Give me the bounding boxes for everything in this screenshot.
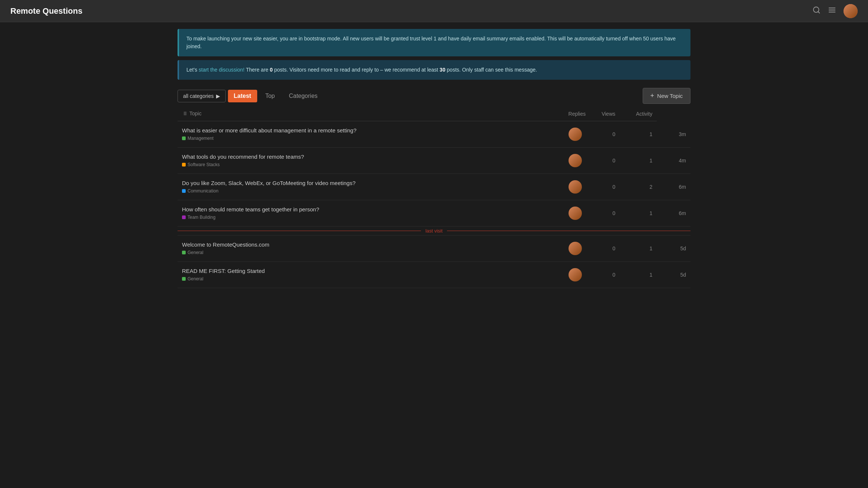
replies-cell: 0 <box>590 148 620 174</box>
activity-cell: 5d <box>657 235 690 262</box>
avatar <box>569 154 582 167</box>
column-header-replies: Replies <box>560 107 590 121</box>
category-tag[interactable]: Communication <box>182 188 218 194</box>
avatar <box>569 207 582 220</box>
discussion-mid2: posts. Visitors need more to read and re… <box>273 67 440 73</box>
views-cell: 1 <box>620 200 657 227</box>
avatar <box>569 128 582 141</box>
category-name: General <box>188 276 203 281</box>
topic-cell: Welcome to RemoteQuestions.com General <box>178 235 560 262</box>
discussion-mid1: There are <box>245 67 270 73</box>
category-color-dot <box>182 215 186 219</box>
avatar-cell <box>560 235 590 262</box>
topic-title[interactable]: READ ME FIRST: Getting Started <box>182 268 556 274</box>
activity-cell: 3m <box>657 121 690 148</box>
site-title: Remote Questions <box>10 6 82 16</box>
views-cell: 1 <box>620 148 657 174</box>
bootstrap-banner-text: To make launching your new site easier, … <box>186 36 676 49</box>
views-cell: 2 <box>620 174 657 200</box>
last-visit-label: last visit <box>425 228 443 234</box>
plus-icon: + <box>650 92 655 100</box>
column-header-activity: Activity <box>620 107 657 121</box>
category-color-dot <box>182 163 186 166</box>
avatar-cell <box>560 262 590 288</box>
avatar-cell <box>560 148 590 174</box>
table-row: What tools do you recommend for remote t… <box>178 148 690 174</box>
last-visit-cell: last visit <box>178 227 690 235</box>
activity-cell: 5d <box>657 262 690 288</box>
category-name: Communication <box>188 188 218 194</box>
topic-title[interactable]: How often should remote teams get togeth… <box>182 206 556 212</box>
category-color-dot <box>182 251 186 254</box>
category-name: Software Stacks <box>188 162 220 167</box>
topic-title[interactable]: What is easier or more difficult about m… <box>182 127 556 133</box>
tab-categories[interactable]: Categories <box>283 90 323 102</box>
table-row: What is easier or more difficult about m… <box>178 121 690 148</box>
topic-title[interactable]: Do you like Zoom, Slack, WebEx, or GoToM… <box>182 180 556 186</box>
tab-latest[interactable]: Latest <box>228 90 257 102</box>
views-cell: 1 <box>620 235 657 262</box>
topics-table: Topic Replies Views Activity What is eas… <box>178 107 690 288</box>
toolbar: all categories ▶ Latest Top Categories +… <box>178 88 690 104</box>
column-header-topic: Topic <box>178 107 560 121</box>
user-avatar-button[interactable] <box>844 4 858 18</box>
toolbar-left: all categories ▶ Latest Top Categories <box>178 90 324 102</box>
replies-cell: 0 <box>590 121 620 148</box>
category-tag[interactable]: Management <box>182 136 213 141</box>
bootstrap-banner: To make launching your new site easier, … <box>178 29 690 56</box>
views-cell: 1 <box>620 121 657 148</box>
table-row: Welcome to RemoteQuestions.com General 0… <box>178 235 690 262</box>
svg-line-1 <box>818 11 819 13</box>
topic-title[interactable]: Welcome to RemoteQuestions.com <box>182 241 556 248</box>
topic-cell: What tools do you recommend for remote t… <box>178 148 560 174</box>
last-visit-line-left <box>178 231 421 231</box>
avatar <box>569 180 582 194</box>
discussion-banner: Let's start the discussion! There are 0 … <box>178 60 690 80</box>
topic-cell: How often should remote teams get togeth… <box>178 200 560 227</box>
new-topic-button[interactable]: + New Topic <box>643 88 690 104</box>
replies-cell: 0 <box>590 235 620 262</box>
topic-cell: What is easier or more difficult about m… <box>178 121 560 148</box>
header-actions <box>812 4 858 18</box>
all-categories-button[interactable]: all categories ▶ <box>178 90 226 102</box>
discussion-end: posts. Only staff can see this message. <box>445 67 537 73</box>
last-visit-line-right <box>447 231 690 231</box>
avatar-cell <box>560 121 590 148</box>
category-color-dot <box>182 136 186 140</box>
category-tag[interactable]: General <box>182 250 203 255</box>
category-tag[interactable]: Team Building <box>182 215 215 220</box>
hamburger-menu-icon[interactable] <box>828 6 836 16</box>
replies-cell: 0 <box>590 262 620 288</box>
avatar <box>569 268 582 281</box>
new-topic-label: New Topic <box>657 93 683 99</box>
chevron-right-icon: ▶ <box>216 93 220 99</box>
start-discussion-link[interactable]: start the discussion! <box>199 67 245 73</box>
topic-cell: READ ME FIRST: Getting Started General <box>178 262 560 288</box>
category-tag[interactable]: General <box>182 276 203 281</box>
category-tag[interactable]: Software Stacks <box>182 162 220 167</box>
activity-cell: 6m <box>657 200 690 227</box>
category-name: Team Building <box>188 215 215 220</box>
category-color-dot <box>182 189 186 193</box>
last-visit-divider: last visit <box>178 227 690 235</box>
last-visit-divider-row: last visit <box>178 227 690 235</box>
category-name: Management <box>188 136 213 141</box>
category-name: General <box>188 250 203 255</box>
search-icon[interactable] <box>812 6 821 16</box>
avatar <box>569 242 582 255</box>
topic-cell: Do you like Zoom, Slack, WebEx, or GoToM… <box>178 174 560 200</box>
main-content: To make launching your new site easier, … <box>167 29 701 288</box>
discussion-bold1: 0 <box>270 67 273 73</box>
avatar-cell <box>560 200 590 227</box>
tab-top[interactable]: Top <box>259 90 281 102</box>
category-color-dot <box>182 277 186 281</box>
site-header: Remote Questions <box>0 0 868 22</box>
topic-title[interactable]: What tools do you recommend for remote t… <box>182 154 556 160</box>
discussion-pre: Let's <box>186 67 199 73</box>
replies-cell: 0 <box>590 200 620 227</box>
activity-cell: 4m <box>657 148 690 174</box>
replies-cell: 0 <box>590 174 620 200</box>
views-cell: 1 <box>620 262 657 288</box>
column-header-views: Views <box>590 107 620 121</box>
table-row: How often should remote teams get togeth… <box>178 200 690 227</box>
